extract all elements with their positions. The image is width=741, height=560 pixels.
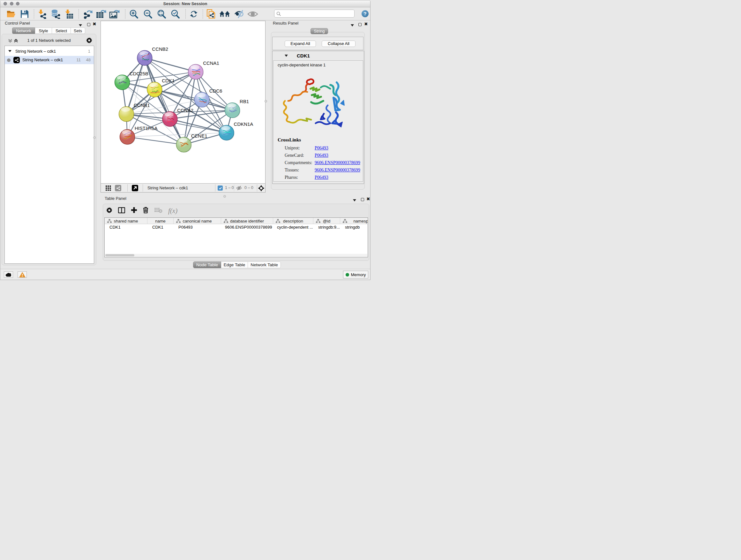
table-settings-gear-icon[interactable] (106, 207, 112, 214)
copy-share-icon[interactable] (205, 9, 216, 19)
node-HIST1H1A[interactable]: HIST1H1A (120, 125, 157, 145)
network-graph[interactable]: CCNB2CCNA1CDC25BCDK1CDC6RB1CCNB1CCNA2CDK… (101, 21, 265, 184)
export-table-icon[interactable] (95, 9, 106, 19)
crosslink-link[interactable]: 9606.ENSP00000378699 (315, 168, 360, 173)
table-panel-float-button[interactable] (361, 197, 366, 201)
network-collection-row[interactable]: String Network – cdk1 1 (5, 47, 94, 56)
cell-namespace[interactable]: stringdb (340, 224, 368, 231)
edge-CDKN1A-HIST1H1A[interactable] (127, 133, 226, 137)
control-panel-close-button[interactable]: ✖ (92, 21, 98, 25)
node-CCNB1[interactable]: CCNB1 (119, 103, 150, 122)
search-input[interactable] (274, 10, 354, 17)
control-panel-menu-button[interactable] (79, 22, 84, 26)
save-session-icon[interactable] (19, 9, 30, 19)
cell-id[interactable]: stringdb:9... (313, 224, 340, 231)
crosslink-link[interactable]: P06493 (315, 175, 328, 180)
warning-icon (19, 272, 25, 277)
table-panel-close-button[interactable]: ✖ (366, 196, 370, 200)
edge-HIST1H1A-CCNE1[interactable] (127, 137, 184, 145)
grid-view-icon[interactable] (105, 185, 111, 191)
zoom-out-icon[interactable] (142, 9, 153, 19)
section-expander-icon[interactable] (285, 55, 288, 57)
tab-sets[interactable]: Sets (71, 27, 85, 34)
cell-shared-name[interactable]: CDK1 (105, 224, 147, 231)
node-CDC6[interactable]: CDC6 (194, 88, 222, 107)
refresh-icon[interactable] (188, 9, 199, 19)
cloud-status-button[interactable] (4, 271, 13, 278)
zoom-fit-icon[interactable] (156, 9, 167, 19)
memory-label: Memory (351, 272, 366, 277)
network-options-gear-icon[interactable] (86, 37, 92, 45)
column-header-id[interactable]: @id (313, 218, 340, 224)
export-view-icon[interactable] (132, 185, 138, 191)
table-horizontal-scrollbar[interactable] (105, 254, 367, 257)
cell-database-identifier[interactable]: 9606.ENSP00000378699 (221, 224, 273, 231)
node-label-CCNB2: CCNB2 (152, 46, 168, 52)
column-header-name[interactable]: name (147, 218, 174, 224)
hide-selected-icon[interactable] (233, 9, 245, 19)
table-toolbar: f(x) (106, 206, 178, 215)
results-panel-float-button[interactable] (358, 22, 363, 26)
network-view[interactable]: CCNB2CCNA1CDC25BCDK1CDC6RB1CCNB1CCNA2CDK… (100, 21, 266, 192)
cdk1-section-header[interactable]: CDK1 (273, 51, 364, 60)
open-session-icon[interactable] (6, 9, 17, 19)
function-builder-icon[interactable]: f(x) (168, 207, 178, 215)
tab-style[interactable]: Style (35, 27, 52, 34)
network-current-indicator (7, 58, 10, 62)
scrollbar-thumb[interactable] (105, 254, 134, 256)
warnings-button[interactable] (17, 271, 27, 278)
column-header-namespace[interactable]: namespace (340, 218, 368, 224)
results-panel-title: Results Panel (273, 21, 298, 25)
node-RB1[interactable]: RB1 (225, 99, 249, 118)
column-header-description[interactable]: description (273, 218, 313, 224)
show-all-icon[interactable] (247, 9, 258, 19)
tab-network-table[interactable]: Network Table (248, 261, 281, 268)
cell-name[interactable]: CDK1 (147, 224, 174, 231)
import-network-file-icon[interactable] (37, 9, 48, 19)
zoom-selected-icon[interactable] (170, 9, 181, 19)
cell-description[interactable]: cyclin-dependent ... (273, 224, 313, 231)
table-panel-menu-button[interactable] (353, 197, 358, 201)
table-row[interactable]: CDK1 CDK1 P06493 9606.ENSP00000378699 cy… (105, 224, 367, 231)
crosslink-link[interactable]: 9606.ENSP00000378699 (315, 160, 360, 165)
expand-all-button[interactable]: Expand All (285, 41, 316, 47)
tab-string[interactable]: String (311, 28, 328, 34)
node-CDKN1A[interactable]: CDKN1A (219, 121, 253, 140)
control-panel-float-button[interactable] (87, 22, 92, 26)
crosslink-link[interactable]: P06493 (315, 145, 328, 151)
column-header-shared-name[interactable]: shared name (105, 218, 147, 224)
new-network-icon[interactable] (83, 9, 93, 19)
help-button[interactable]: ? (361, 10, 368, 17)
split-columns-icon[interactable] (118, 207, 125, 214)
tab-edge-table[interactable]: Edge Table (221, 261, 248, 268)
results-panel-menu-button[interactable] (351, 22, 356, 26)
collapse-all-button[interactable]: Collapse All (322, 41, 355, 47)
share-network-icon[interactable] (115, 185, 121, 191)
import-network-database-icon[interactable] (50, 9, 61, 19)
import-table-file-icon[interactable] (64, 9, 74, 19)
tab-network[interactable]: Network (12, 27, 35, 34)
zoom-in-icon[interactable] (128, 9, 139, 19)
string-home-icon[interactable] (219, 9, 230, 19)
column-header-database-identifier[interactable]: database identifier (221, 218, 273, 224)
table-panel: Table Panel ✖ (99, 194, 370, 269)
edge-CCNB2-CCNE1[interactable] (145, 58, 184, 145)
collection-expander-icon[interactable] (8, 50, 11, 52)
network-row-selected[interactable]: String Network – cdk1 11 48 (5, 56, 94, 64)
node-CCNA1[interactable]: CCNA1 (188, 60, 219, 79)
left-splitter-grip[interactable] (93, 136, 96, 139)
delete-table-icon[interactable] (154, 207, 162, 214)
tab-select[interactable]: Select (52, 27, 71, 34)
results-panel-close-button[interactable]: ✖ (364, 21, 369, 25)
crosslink-label: Uniprot: (285, 145, 300, 150)
column-header-canonical-name[interactable]: canonical name (174, 218, 221, 224)
birds-eye-view-icon[interactable] (258, 185, 264, 191)
selected-checkbox-icon[interactable] (218, 186, 223, 191)
export-image-icon[interactable] (109, 9, 120, 19)
delete-column-icon[interactable] (143, 207, 148, 214)
tab-node-table[interactable]: Node Table (193, 261, 221, 268)
add-column-icon[interactable] (131, 207, 137, 214)
crosslink-link[interactable]: P06493 (315, 153, 328, 158)
cell-canonical-name[interactable]: P06493 (174, 224, 221, 231)
memory-button[interactable]: Memory (343, 271, 368, 278)
